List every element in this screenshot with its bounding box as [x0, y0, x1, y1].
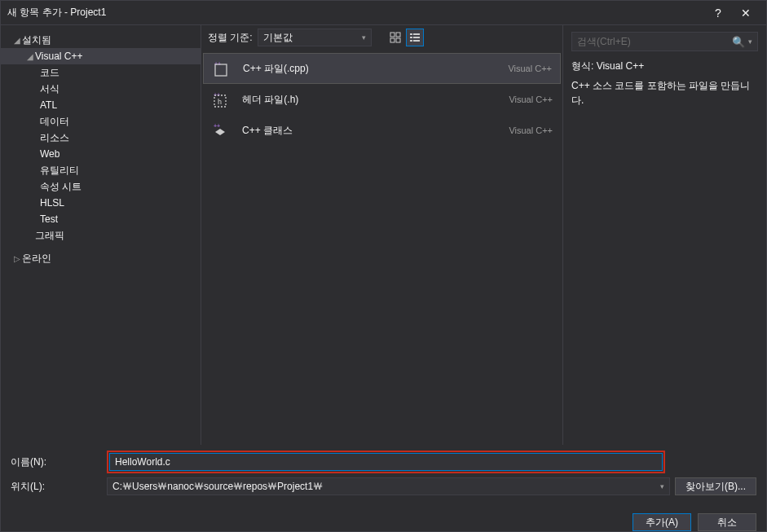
template-label: C++ 파일(.cpp)	[243, 62, 496, 76]
svg-rect-0	[390, 33, 395, 37]
tree-label: 유틸리티	[40, 164, 79, 178]
add-button[interactable]: 추가(A)	[633, 513, 691, 531]
tree-label: Visual C++	[35, 51, 82, 62]
sort-label: 정렬 기준:	[208, 31, 253, 45]
tree-installed[interactable]: ◢ 설치됨	[1, 32, 201, 48]
chevron-down-icon: ◢	[25, 52, 35, 61]
svg-rect-4	[410, 33, 412, 35]
view-medium-icons-button[interactable]	[386, 29, 404, 46]
template-label: 헤더 파일(.h)	[242, 93, 497, 107]
name-input[interactable]	[109, 453, 663, 471]
location-dropdown[interactable]: C:￦Users￦nanoc￦source￦repos￦Project1￦ ▾	[107, 477, 670, 495]
svg-text:h: h	[218, 98, 222, 106]
tree-online[interactable]: ▷ 온라인	[1, 250, 201, 266]
help-button[interactable]: ?	[704, 2, 732, 24]
tree-label: 데이터	[40, 115, 69, 129]
sort-dropdown[interactable]: 기본값 ▾	[258, 29, 372, 46]
cpp-file-icon: ++	[212, 59, 231, 78]
browse-button[interactable]: 찾아보기(B)...	[675, 477, 756, 495]
tree-label: 코드	[40, 66, 60, 80]
search-box[interactable]: 🔍 ▾	[571, 32, 758, 51]
name-label: 이름(N):	[11, 455, 102, 469]
chevron-down-icon: ▾	[362, 33, 366, 42]
svg-rect-1	[396, 33, 400, 37]
location-label: 위치(L):	[11, 480, 102, 494]
svg-rect-7	[413, 37, 420, 38]
tree-hlsl[interactable]: HLSL	[1, 195, 201, 211]
tree-label: 서식	[40, 82, 60, 96]
svg-rect-2	[390, 38, 395, 42]
svg-rect-5	[413, 33, 420, 35]
tree-label: 속성 시트	[40, 180, 82, 194]
tree-visual-cpp[interactable]: ◢ Visual C++	[1, 48, 201, 64]
tree-label: 온라인	[22, 252, 51, 266]
location-value: C:￦Users￦nanoc￦source￦repos￦Project1￦	[112, 480, 323, 494]
tree-data[interactable]: 데이터	[1, 113, 201, 130]
category-tree: ◢ 설치됨 ◢ Visual C++ 코드 서식 ATL 데이터 리소스 Web…	[1, 25, 201, 445]
template-cpp-file[interactable]: ++ C++ 파일(.cpp) Visual C++	[203, 53, 561, 84]
detail-type: 형식: Visual C++	[571, 59, 758, 73]
tree-resource[interactable]: 리소스	[1, 130, 201, 146]
template-lang: Visual C++	[509, 125, 553, 135]
tree-label: 설치됨	[22, 33, 51, 47]
chevron-right-icon: ▷	[12, 254, 22, 263]
tree-code[interactable]: 코드	[1, 64, 201, 81]
tree-atl[interactable]: ATL	[1, 97, 201, 113]
tree-test[interactable]: Test	[1, 211, 201, 227]
template-header-file[interactable]: ++h 헤더 파일(.h) Visual C++	[203, 84, 561, 115]
tree-label: ATL	[40, 99, 57, 111]
detail-description: C++ 소스 코드를 포함하는 파일을 만듭니다.	[571, 78, 758, 108]
view-small-icons-button[interactable]	[406, 29, 424, 46]
template-list: ++ C++ 파일(.cpp) Visual C++ ++h 헤더 파일(.h)…	[201, 50, 562, 445]
chevron-down-icon: ◢	[12, 36, 22, 45]
template-lang: Visual C++	[509, 95, 553, 104]
svg-text:++: ++	[214, 123, 220, 129]
tree-label: Web	[40, 148, 60, 160]
tree-label: 그래픽	[35, 229, 64, 243]
chevron-down-icon[interactable]: ▾	[748, 37, 752, 46]
tree-label: 리소스	[40, 131, 69, 145]
name-field-highlight	[107, 451, 665, 473]
tree-label: HLSL	[40, 197, 64, 209]
search-icon: 🔍	[732, 36, 745, 48]
template-label: C++ 클래스	[242, 124, 497, 138]
template-cpp-class[interactable]: ++ C++ 클래스 Visual C++	[203, 115, 561, 146]
chevron-down-icon: ▾	[660, 482, 664, 490]
grid-icon	[390, 32, 401, 43]
svg-rect-8	[410, 40, 412, 42]
svg-marker-16	[215, 129, 225, 135]
tree-graphic[interactable]: 그래픽	[1, 227, 201, 244]
template-lang: Visual C++	[508, 64, 552, 73]
tree-web[interactable]: Web	[1, 146, 201, 162]
window-title: 새 항목 추가 - Project1	[7, 6, 704, 20]
sort-value: 기본값	[263, 31, 293, 45]
tree-label: Test	[40, 213, 58, 225]
svg-rect-6	[410, 37, 412, 38]
header-file-icon: ++h	[211, 90, 231, 109]
close-button[interactable]: ✕	[732, 2, 760, 24]
svg-rect-9	[413, 40, 420, 42]
tree-utility[interactable]: 유틸리티	[1, 162, 201, 178]
tree-format[interactable]: 서식	[1, 81, 201, 97]
cancel-button[interactable]: 취소	[698, 513, 756, 531]
list-icon	[409, 32, 421, 43]
cpp-class-icon: ++	[211, 121, 231, 140]
svg-rect-3	[396, 38, 400, 42]
tree-propsheet[interactable]: 속성 시트	[1, 178, 201, 195]
search-input[interactable]	[577, 36, 732, 47]
